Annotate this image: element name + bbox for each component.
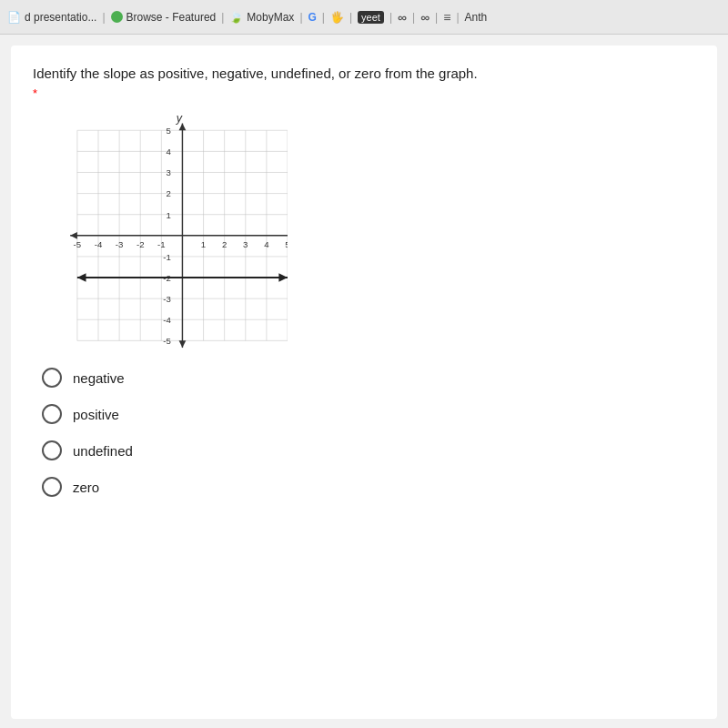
green-circle-icon — [111, 11, 123, 23]
label-negative: negative — [73, 370, 125, 386]
svg-text:-1: -1 — [163, 252, 171, 262]
svg-text:3: 3 — [167, 167, 171, 177]
svg-text:2: 2 — [222, 239, 227, 249]
label-positive: positive — [73, 407, 119, 422]
tab-menu[interactable]: ≡ — [443, 10, 450, 25]
svg-text:-3: -3 — [163, 294, 171, 304]
svg-text:-5: -5 — [163, 336, 171, 346]
tab-mobymax[interactable]: 🍃 MobyMax — [229, 11, 294, 24]
main-content: Identify the slope as positive, negative… — [11, 46, 717, 719]
svg-text:-2: -2 — [136, 239, 145, 249]
radio-negative[interactable] — [42, 368, 62, 388]
svg-marker-50 — [278, 273, 288, 282]
svg-text:-4: -4 — [95, 239, 103, 249]
svg-text:5: 5 — [285, 239, 288, 249]
svg-marker-27 — [179, 340, 187, 348]
radio-zero[interactable] — [42, 477, 62, 497]
svg-text:4: 4 — [167, 147, 172, 157]
radio-undefined[interactable] — [42, 440, 62, 460]
svg-marker-26 — [179, 124, 187, 131]
choice-zero[interactable]: zero — [42, 477, 695, 497]
label-undefined: undefined — [73, 443, 133, 459]
tab-yeet[interactable]: yeet — [358, 11, 384, 24]
tab-hand[interactable]: 🖐 — [330, 11, 344, 24]
choice-undefined[interactable]: undefined — [42, 440, 695, 460]
doc-icon: 📄 — [7, 11, 21, 24]
svg-text:-1: -1 — [157, 239, 166, 249]
svg-text:1: 1 — [167, 210, 171, 220]
svg-text:1: 1 — [201, 239, 206, 249]
google-icon: G — [308, 11, 317, 24]
answer-choices: negative positive undefined zero — [42, 368, 695, 497]
tab-browse-featured[interactable]: Browse - Featured — [111, 11, 217, 24]
radio-positive[interactable] — [42, 404, 62, 424]
svg-text:2: 2 — [167, 188, 171, 198]
choice-positive[interactable]: positive — [42, 404, 695, 424]
tab-infinity2[interactable]: ∞ — [420, 10, 430, 25]
y-axis-label: y — [176, 113, 183, 125]
tab-google[interactable]: G — [308, 11, 317, 24]
svg-text:3: 3 — [243, 239, 248, 249]
svg-text:4: 4 — [264, 239, 269, 249]
question-text: Identify the slope as positive, negative… — [33, 64, 695, 83]
coordinate-plane: x y 5 4 3 2 1 -1 -2 -3 -4 -5 -5 -4 -3 -2… — [51, 113, 288, 349]
svg-text:-4: -4 — [163, 315, 171, 325]
svg-text:5: 5 — [167, 126, 171, 136]
svg-marker-25 — [70, 232, 77, 239]
svg-marker-49 — [77, 273, 86, 282]
choice-negative[interactable]: negative — [42, 368, 695, 388]
tab-presentation[interactable]: 📄 d presentatio... — [7, 11, 96, 24]
svg-text:-3: -3 — [116, 239, 124, 249]
label-zero: zero — [73, 480, 99, 495]
required-indicator: * — [33, 86, 695, 100]
leaf-icon: 🍃 — [229, 11, 243, 24]
tab-infinity1[interactable]: ∞ — [398, 10, 407, 25]
graph-container: x y 5 4 3 2 1 -1 -2 -3 -4 -5 -5 -4 -3 -2… — [51, 113, 695, 349]
yeet-icon: yeet — [358, 11, 384, 24]
browser-toolbar: 📄 d presentatio... | Browse - Featured |… — [0, 0, 728, 35]
tab-anth[interactable]: Anth — [465, 11, 488, 24]
svg-text:-5: -5 — [74, 239, 82, 249]
